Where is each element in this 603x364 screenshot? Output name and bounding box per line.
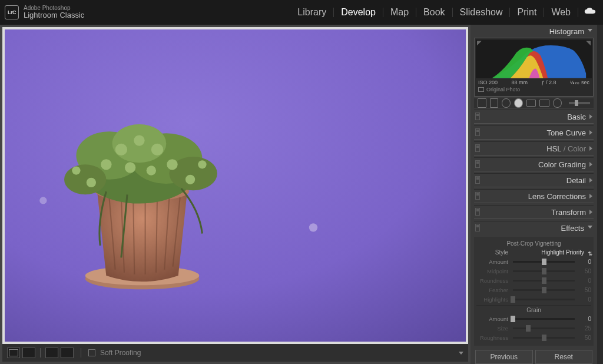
canvas-area: Soft Proofing	[0, 25, 471, 364]
original-photo-toggle[interactable]: Original Photo	[476, 85, 592, 95]
svg-point-21	[151, 144, 163, 155]
panel-switch-icon[interactable]	[475, 128, 480, 136]
svg-point-17	[64, 164, 106, 194]
previous-button[interactable]: Previous	[475, 350, 533, 364]
module-print[interactable]: Print	[510, 8, 544, 17]
panel-transform[interactable]: Transform	[474, 205, 594, 219]
vignette-midpoint-row: Midpoint 50	[476, 266, 591, 276]
module-library[interactable]: Library	[290, 8, 334, 17]
grain-roughness-label: Roughness	[476, 335, 508, 341]
radial-filter-tool-icon[interactable]	[539, 100, 549, 107]
histogram-box[interactable]: ISO 200 88 mm ƒ / 2.8 ¹⁄₃₂₀ sec Original…	[474, 38, 594, 97]
module-book[interactable]: Book	[416, 8, 452, 17]
grain-size-row: Size 25	[476, 323, 591, 333]
panel-lens-corrections[interactable]: Lens Corrections	[474, 189, 594, 203]
spot-removal-tool-icon[interactable]	[490, 98, 499, 108]
grain-size-value[interactable]: 25	[579, 325, 591, 332]
panel-hsl-color-title: HSL / Color	[546, 144, 586, 153]
panel-switch-icon[interactable]	[475, 144, 480, 152]
panel-transform-title: Transform	[551, 208, 586, 217]
vignette-highlights-label: Highlights	[476, 296, 508, 303]
grain-roughness-value[interactable]: 50	[579, 335, 591, 341]
branding: LrC Adobe Photoshop Lightroom Classic	[5, 5, 84, 19]
vignette-amount-value[interactable]: 0	[579, 259, 591, 265]
effects-body: Post-Crop Vignetting Style Highlight Pri…	[474, 237, 594, 346]
disclosure-triangle-icon	[589, 146, 592, 151]
masking-tool-icon[interactable]	[514, 98, 523, 108]
svg-point-25	[147, 166, 156, 175]
before-after-split-button[interactable]	[61, 348, 74, 358]
histogram-header[interactable]: Histogram	[474, 27, 594, 36]
vignette-amount-row: Amount 0	[476, 257, 591, 266]
before-after-lr-button[interactable]	[22, 348, 35, 358]
panel-switch-icon[interactable]	[475, 208, 480, 216]
panel-effects[interactable]: Effects	[474, 221, 594, 235]
cloud-sync-icon[interactable]	[584, 7, 596, 18]
vignette-style-row: Style Highlight Priority⇅	[476, 247, 591, 257]
vignette-midpoint-slider[interactable]	[513, 270, 575, 272]
vignette-feather-slider[interactable]	[513, 289, 575, 291]
module-picker: Library Develop Map Book Slideshow Print…	[290, 7, 596, 18]
vignette-amount-slider[interactable]	[513, 261, 575, 263]
vignette-highlights-value[interactable]: 0	[579, 296, 591, 303]
image-canvas[interactable]	[2, 27, 468, 344]
vignette-highlights-slider[interactable]	[513, 299, 575, 300]
vignette-midpoint-value[interactable]: 50	[579, 268, 591, 274]
panel-tone-curve[interactable]: Tone Curve	[474, 125, 594, 140]
module-develop[interactable]: Develop	[334, 8, 383, 17]
top-bar: LrC Adobe Photoshop Lightroom Classic Li…	[0, 0, 603, 25]
histogram-metadata: ISO 200 88 mm ƒ / 2.8 ¹⁄₃₂₀ sec	[476, 78, 592, 85]
vignette-roundness-value[interactable]: 0	[579, 277, 591, 284]
canvas-bottom-toolbar: Soft Proofing	[2, 344, 468, 362]
graduated-filter-tool-icon[interactable]	[526, 100, 536, 107]
reset-button[interactable]: Reset	[535, 350, 593, 364]
module-map[interactable]: Map	[383, 8, 416, 17]
before-after-tb-button[interactable]	[45, 348, 58, 358]
vignette-feather-value[interactable]: 50	[579, 287, 591, 293]
grain-roughness-row: Roughness 50	[476, 333, 591, 342]
divider	[81, 348, 81, 358]
vignette-roundness-label: Roundness	[476, 277, 508, 284]
original-photo-checkbox-icon	[478, 87, 484, 92]
panel-color-grading-title: Color Grading	[538, 160, 586, 169]
disclosure-triangle-icon	[588, 226, 592, 231]
svg-point-19	[115, 144, 127, 155]
grain-subtitle: Grain	[476, 307, 591, 313]
toolbar-overflow-icon[interactable]	[459, 352, 463, 355]
panel-basic[interactable]: Basic	[474, 110, 594, 124]
vignette-highlights-row: Highlights 0	[476, 294, 591, 304]
right-scrollbar[interactable]	[597, 25, 603, 364]
svg-point-23	[167, 159, 177, 170]
crop-tool-icon[interactable]	[478, 98, 486, 108]
grain-size-slider[interactable]	[513, 327, 575, 329]
redeye-tool-icon[interactable]	[502, 98, 511, 108]
vignette-feather-label: Feather	[476, 287, 508, 293]
panel-switch-icon[interactable]	[475, 160, 480, 168]
disclosure-triangle-icon	[589, 194, 592, 198]
loupe-view-button[interactable]	[7, 348, 20, 358]
svg-point-1	[39, 197, 47, 204]
panel-switch-icon[interactable]	[475, 192, 480, 200]
panel-switch-icon[interactable]	[475, 224, 480, 231]
tool-slider[interactable]	[569, 102, 590, 104]
panel-basic-title: Basic	[567, 112, 586, 121]
brush-tool-icon[interactable]	[553, 98, 562, 108]
local-adjustment-toolstrip	[474, 98, 594, 108]
panel-switch-icon[interactable]	[475, 112, 480, 120]
disclosure-triangle-icon	[589, 210, 592, 214]
grain-amount-value[interactable]: 0	[579, 316, 591, 322]
panel-switch-icon[interactable]	[475, 176, 480, 184]
original-photo-label: Original Photo	[486, 87, 520, 92]
panel-hsl-color[interactable]: HSL / Color	[474, 141, 594, 155]
panel-effects-title: Effects	[561, 224, 584, 233]
grain-amount-slider[interactable]	[513, 318, 575, 320]
grain-roughness-slider[interactable]	[513, 337, 575, 339]
vignette-roundness-slider[interactable]	[513, 280, 575, 282]
module-slideshow[interactable]: Slideshow	[453, 8, 511, 17]
module-web[interactable]: Web	[544, 8, 578, 17]
svg-point-27	[185, 175, 195, 184]
vignette-style-dropdown[interactable]: Highlight Priority⇅	[512, 249, 591, 256]
panel-detail[interactable]: Detail	[474, 173, 594, 187]
panel-color-grading[interactable]: Color Grading	[474, 157, 594, 171]
soft-proofing-checkbox[interactable]	[88, 349, 95, 356]
